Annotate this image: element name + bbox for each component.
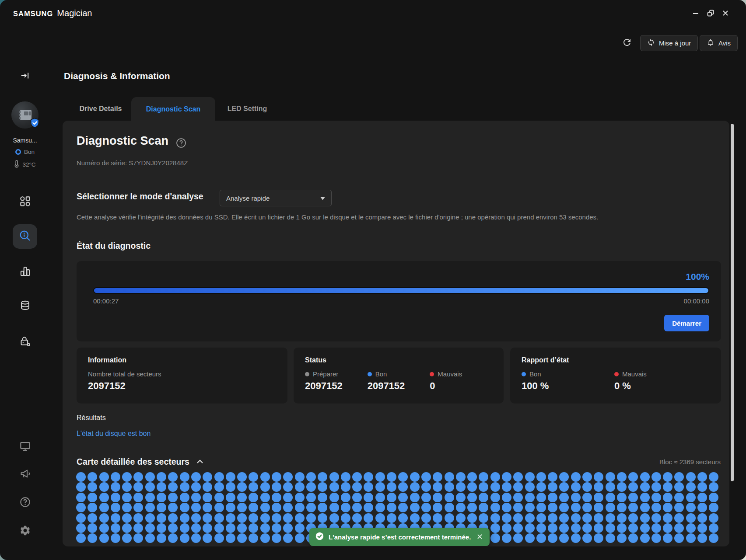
sector-dot <box>364 482 373 492</box>
tab-led-setting[interactable]: LED Setting <box>219 97 276 121</box>
sector-dot <box>559 533 569 543</box>
sector-dot <box>318 493 327 502</box>
status-item-bad: Mauvais 0 <box>430 370 492 392</box>
sector-dot <box>502 472 511 482</box>
total-sectors-value: 2097152 <box>88 380 276 392</box>
sector-dot <box>467 513 477 523</box>
sector-dot <box>398 513 408 523</box>
restore-button[interactable] <box>704 7 717 20</box>
nav-security[interactable] <box>18 334 32 349</box>
sector-dot <box>606 533 615 543</box>
tab-drive-details[interactable]: Drive Details <box>70 97 131 121</box>
nav-settings[interactable] <box>18 524 32 539</box>
start-scan-button[interactable]: Démarrer <box>664 315 709 331</box>
sector-dot <box>168 533 178 543</box>
dashboard-icon <box>19 195 31 209</box>
sector-dot <box>180 472 189 482</box>
minimize-button[interactable] <box>689 7 702 20</box>
sector-dot <box>214 523 224 533</box>
sector-dot <box>133 533 143 543</box>
status-item-good: Bon 2097152 <box>368 370 430 392</box>
close-button[interactable] <box>719 7 732 20</box>
monitor-icon <box>19 440 31 453</box>
sector-dot <box>122 533 132 543</box>
sector-dot <box>410 472 420 482</box>
nav-dashboard[interactable] <box>18 195 32 209</box>
sector-map-collapse-button[interactable] <box>196 458 204 466</box>
sector-dot <box>329 482 339 492</box>
refresh-button[interactable] <box>620 36 634 50</box>
sector-dot <box>594 472 603 482</box>
sector-dot <box>237 493 247 502</box>
notice-button[interactable]: Avis <box>700 35 738 51</box>
sector-dot <box>180 493 189 502</box>
gear-icon <box>19 525 31 538</box>
sector-dot <box>525 503 535 512</box>
nav-announcements[interactable] <box>18 467 32 482</box>
vertical-scrollbar[interactable] <box>731 124 734 481</box>
sector-dot <box>157 503 166 512</box>
nav-help[interactable] <box>18 495 32 510</box>
nav-system[interactable] <box>18 439 32 454</box>
sector-dot <box>180 503 189 512</box>
sector-dot <box>122 503 132 512</box>
sector-dot <box>536 533 546 543</box>
update-button[interactable]: Mise à jour <box>640 35 698 51</box>
sector-dot <box>260 472 270 482</box>
sector-dot <box>133 472 143 482</box>
sector-dot <box>651 533 661 543</box>
sector-dot <box>536 513 546 523</box>
sector-dot <box>571 493 581 502</box>
nav-diagnosis-active[interactable] <box>13 224 37 249</box>
sector-dot <box>306 472 316 482</box>
sector-dot <box>387 493 396 502</box>
toast-close-button[interactable] <box>475 533 484 542</box>
nav-performance[interactable] <box>18 264 32 279</box>
sector-dot <box>364 493 373 502</box>
sector-dot <box>536 493 546 502</box>
samsung-magician-window: SAMSUNG Magician Mise à jour Avis Samsu.… <box>0 0 746 560</box>
sector-dot <box>628 472 638 482</box>
sector-dot <box>663 482 672 492</box>
sector-dot <box>237 523 247 533</box>
sector-dot <box>479 493 488 502</box>
sector-dot <box>467 482 477 492</box>
sector-dot <box>445 482 454 492</box>
sector-dot <box>283 493 293 502</box>
sector-dot <box>226 523 235 533</box>
sidebar-expand-button[interactable] <box>19 70 31 82</box>
sector-dot <box>226 513 235 523</box>
sector-dot <box>663 513 672 523</box>
refresh-icon <box>622 37 632 49</box>
sector-dot <box>709 523 718 533</box>
sector-dot <box>709 503 718 512</box>
sector-dot <box>606 503 615 512</box>
sector-dot <box>536 472 546 482</box>
sector-dot <box>582 533 592 543</box>
tab-diagnostic-scan[interactable]: Diagnostic Scan <box>131 97 215 121</box>
sector-dot <box>398 482 408 492</box>
sector-dot <box>341 472 350 482</box>
report-bad-dot-icon <box>614 372 619 376</box>
sector-dot <box>594 533 603 543</box>
sector-dot <box>686 533 696 543</box>
sector-dot <box>479 503 488 512</box>
sector-dot <box>582 482 592 492</box>
sector-dot <box>88 523 97 533</box>
nav-drive-management[interactable] <box>18 299 32 314</box>
sector-dot <box>525 533 535 543</box>
sector-dot <box>352 482 362 492</box>
sector-dot <box>180 533 189 543</box>
scan-mode-label: Sélectionner le mode d'analyse <box>77 190 203 203</box>
drive-avatar[interactable] <box>11 101 39 129</box>
scan-mode-select[interactable]: Analyse rapide <box>220 190 332 206</box>
sector-dot <box>640 533 650 543</box>
sector-dot <box>111 533 120 543</box>
toast-close-icon <box>477 533 483 541</box>
sector-dot <box>226 493 235 502</box>
sector-dot <box>272 503 281 512</box>
help-circle-icon <box>19 496 31 509</box>
sector-dot <box>582 472 592 482</box>
sector-dot <box>640 523 650 533</box>
scan-help-button[interactable] <box>175 137 187 149</box>
